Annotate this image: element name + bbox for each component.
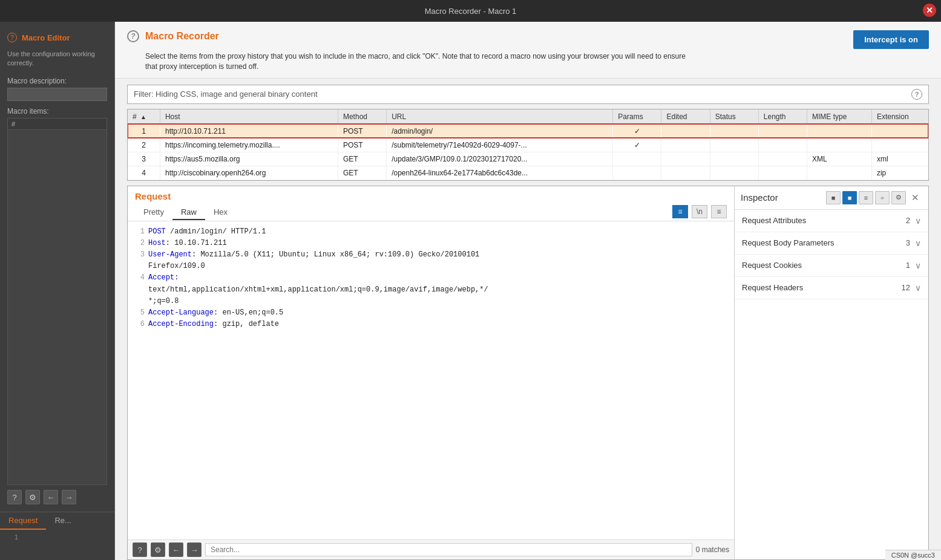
tab-hex[interactable]: Hex (205, 205, 236, 220)
req-back-btn[interactable]: ← (169, 542, 183, 557)
table-cell: xml (871, 152, 928, 166)
chevron-down-icon: ∨ (915, 238, 921, 248)
filter-help-icon[interactable]: ? (911, 89, 922, 100)
table-cell (758, 124, 807, 138)
request-line: 6Accept-Encoding: gzip, deflate (135, 319, 727, 330)
toolbar-newline[interactable]: \n (692, 205, 707, 218)
req-forward-btn[interactable]: → (187, 542, 202, 557)
line-content: Host: 10.10.71.211 (148, 238, 727, 249)
inspector-row[interactable]: Request Body Parameters3∨ (735, 232, 928, 255)
table-cell (758, 166, 807, 180)
insp-btn-1[interactable]: ■ (826, 191, 841, 204)
line-num (135, 261, 145, 272)
content-area: ? Macro Recorder Intercept is on Select … (115, 22, 941, 560)
macro-description-label: Macro description: (0, 73, 114, 86)
table-cell (613, 166, 661, 180)
back-button[interactable]: ← (44, 490, 58, 504)
search-input[interactable] (205, 543, 692, 556)
sidebar-controls: ? ⚙ ← → (0, 485, 114, 509)
toolbar-list[interactable]: ≡ (711, 205, 727, 218)
table-row[interactable]: 4http://ciscobinary.openh264.orgGET/open… (128, 166, 928, 180)
col-header-host[interactable]: Host (160, 109, 338, 125)
sidebar-description: Use the configuration working correctly. (0, 47, 114, 73)
insp-btn-3[interactable]: ≡ (859, 191, 873, 204)
inspector-close-btn[interactable]: ✕ (908, 191, 922, 204)
intercept-button[interactable]: Intercept is on (853, 30, 929, 49)
inspector-row[interactable]: Request Attributes2∨ (735, 210, 928, 232)
table-cell (661, 166, 710, 180)
macro-description-input[interactable] (7, 88, 107, 101)
table-cell: GET (338, 152, 386, 166)
table-cell: XML (807, 152, 871, 166)
table-cell: /openh264-linux64-2e1774ab6dc6c43de... (387, 166, 613, 180)
sidebar-tabs: Request Re... (0, 512, 114, 530)
line-content: Firefox/109.0 (148, 261, 727, 272)
table-row[interactable]: 2https://incoming.telemetry.mozilla....P… (128, 138, 928, 152)
line-num: 4 (135, 272, 145, 284)
tab-request[interactable]: Request (0, 512, 46, 530)
forward-button[interactable]: → (62, 490, 76, 504)
line-num: 2 (135, 238, 145, 249)
inspector-row-count: 3 (906, 238, 910, 247)
line-content: POST /admin/login/ HTTP/1.1 (148, 226, 727, 238)
sidebar-item-macro-editor[interactable]: ? Macro Editor (0, 28, 114, 47)
col-header-extension[interactable]: Extension (871, 109, 928, 125)
col-header-method[interactable]: Method (338, 109, 386, 125)
close-button[interactable]: ✕ (923, 4, 936, 17)
inspector-toolbar: ■ ■ ≡ ÷ ⚙ ✕ (826, 191, 922, 204)
inspector-row-label: Request Cookies (742, 261, 906, 270)
request-content[interactable]: 1POST /admin/login/ HTTP/1.12Host: 10.10… (128, 221, 734, 539)
inspector-title: Inspector (741, 192, 822, 203)
insp-btn-4[interactable]: ÷ (875, 191, 890, 204)
chevron-down-icon: ∨ (915, 216, 921, 226)
table-cell: zip (871, 166, 928, 180)
table-cell (661, 138, 710, 152)
request-tabs-row: Pretty Raw Hex ≡ \n ≡ (135, 205, 727, 221)
line-content: *;q=0.8 (148, 296, 727, 307)
line-num: 6 (135, 319, 145, 330)
inspector-row-label: Request Body Parameters (742, 238, 906, 247)
table-cell (871, 124, 928, 138)
table-cell: /update/3/GMP/109.0.1/2023012717020... (387, 152, 613, 166)
tab-response[interactable]: Re... (46, 512, 79, 530)
inspector-row-label: Request Headers (742, 283, 902, 292)
inspector-panel: Inspector ■ ■ ≡ ÷ ⚙ ✕ Request Attributes… (735, 186, 928, 559)
window-title: Macro Recorder - Macro 1 (425, 7, 517, 16)
inspector-row[interactable]: Request Cookies1∨ (735, 255, 928, 277)
col-header-url[interactable]: URL (387, 109, 613, 125)
col-header-mime[interactable]: MIME type (807, 109, 871, 125)
table-cell: ✓ (613, 138, 661, 152)
col-header-edited[interactable]: Edited (661, 109, 710, 125)
table-row[interactable]: 3https://aus5.mozilla.orgGET/update/3/GM… (128, 152, 928, 166)
col-header-status[interactable]: Status (710, 109, 758, 125)
table-cell (613, 152, 661, 166)
table-cell: 3 (128, 152, 160, 166)
req-settings-btn[interactable]: ⚙ (151, 542, 165, 557)
request-panel-header: Request Pretty Raw Hex ≡ \n ≡ (128, 186, 734, 221)
inspector-row[interactable]: Request Headers12∨ (735, 277, 928, 299)
request-panel-title: Request (135, 191, 727, 201)
col-header-num[interactable]: # ▲ (128, 109, 160, 125)
settings-icon-button[interactable]: ⚙ (25, 490, 40, 504)
col-header-params[interactable]: Params (613, 109, 661, 125)
inspector-items: Request Attributes2∨Request Body Paramet… (735, 210, 928, 559)
table-row[interactable]: 1http://10.10.71.211POST/admin/login/✓ (128, 124, 928, 138)
request-line: Firefox/109.0 (135, 261, 727, 272)
title-bar: Macro Recorder - Macro 1 ✕ (0, 0, 941, 22)
request-line: text/html,application/xhtml+xml,applicat… (135, 284, 727, 296)
table-cell: POST (338, 138, 386, 152)
help-icon-button[interactable]: ? (7, 490, 22, 504)
request-line: 3User-Agent: Mozilla/5.0 (X11; Ubuntu; L… (135, 249, 727, 261)
insp-settings-btn[interactable]: ⚙ (891, 191, 906, 204)
insp-btn-2[interactable]: ■ (842, 191, 857, 204)
req-help-btn[interactable]: ? (133, 542, 147, 557)
proxy-table-scroll[interactable]: # ▲ Host Method URL Params Edited Status… (128, 109, 928, 180)
toolbar-word-wrap[interactable]: ≡ (672, 205, 688, 218)
table-cell (807, 124, 871, 138)
request-line: 5Accept-Language: en-US,en;q=0.5 (135, 307, 727, 319)
tab-raw[interactable]: Raw (172, 205, 205, 220)
tab-pretty[interactable]: Pretty (135, 205, 172, 220)
col-header-length[interactable]: Length (758, 109, 807, 125)
table-cell: GET (338, 166, 386, 180)
line-num: 5 (135, 307, 145, 319)
